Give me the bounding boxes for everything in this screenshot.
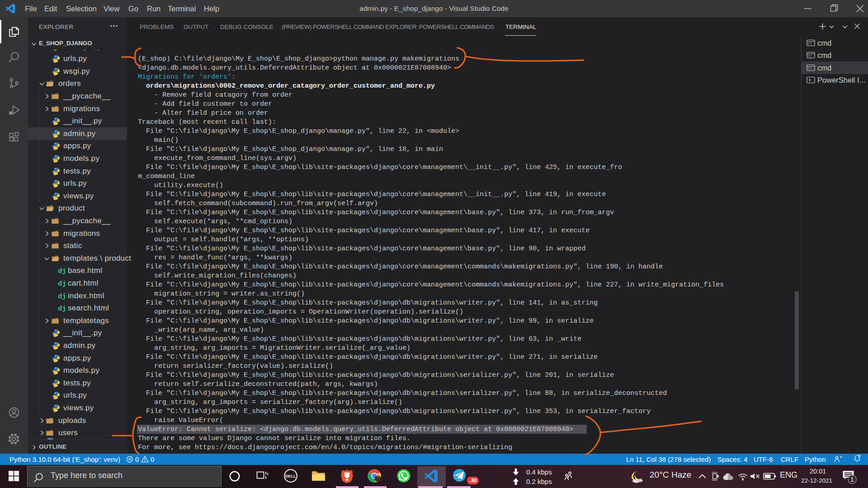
svg-text:dj: dj: [58, 280, 66, 287]
svg-text:C:\: C:\: [808, 67, 812, 70]
svg-text:DELL: DELL: [285, 474, 296, 479]
svg-text:C:\: C:\: [808, 42, 812, 45]
svg-text:C:\: C:\: [808, 54, 812, 57]
svg-text:dj: dj: [58, 305, 66, 312]
svg-text:1: 1: [850, 476, 854, 483]
svg-text:dj: dj: [58, 292, 66, 300]
svg-text:dj: dj: [58, 267, 66, 275]
